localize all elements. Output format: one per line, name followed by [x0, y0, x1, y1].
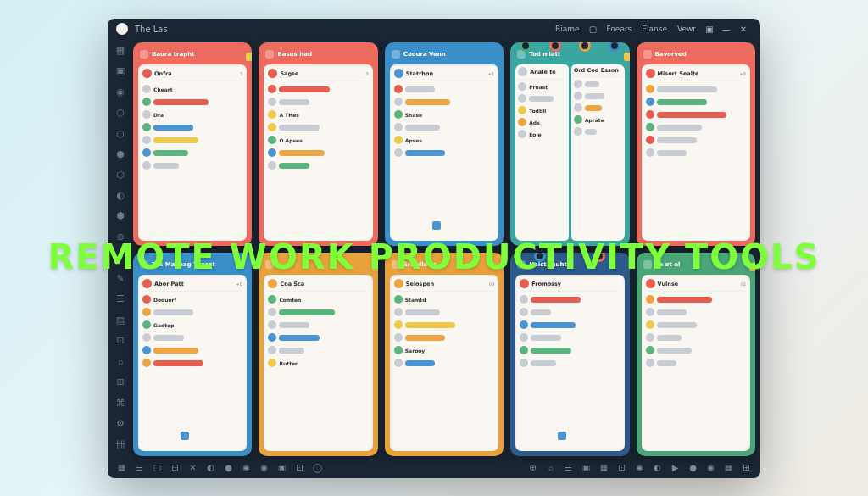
task-row[interactable]: Todbll [518, 105, 566, 115]
task-row[interactable] [394, 122, 494, 132]
task-row[interactable] [520, 294, 620, 304]
task-row[interactable] [142, 160, 242, 170]
task-row[interactable] [142, 358, 242, 368]
knob-icon[interactable] [609, 42, 620, 52]
task-row[interactable] [646, 358, 746, 368]
task-row[interactable]: Comten [268, 294, 368, 304]
task-row[interactable] [394, 332, 494, 343]
task-row[interactable] [142, 148, 242, 158]
sidebar-icon-19[interactable]: 卌 [114, 438, 127, 451]
task-row[interactable] [142, 307, 242, 317]
task-row[interactable] [646, 332, 746, 343]
task-row[interactable] [574, 126, 622, 137]
task-row[interactable] [646, 109, 746, 120]
sidebar-icon-7[interactable]: ◐ [114, 189, 127, 201]
sidebar-icon-13[interactable]: ▤ [114, 314, 127, 326]
board-card-9[interactable]: Ila ot elVulnse02 [637, 253, 755, 456]
bottombar-left-5[interactable]: ◐ [205, 462, 216, 473]
sidebar-icon-3[interactable]: ○ [114, 106, 127, 118]
task-row[interactable]: Shase [394, 109, 494, 120]
knob-icon[interactable] [520, 42, 531, 52]
bottombar-left-6[interactable]: ● [223, 462, 234, 473]
sidebar-icon-0[interactable]: ▦ [114, 44, 127, 56]
task-row[interactable] [520, 320, 620, 330]
task-row[interactable]: Apses [394, 135, 494, 145]
box-icon[interactable]: ▣ [704, 24, 715, 34]
task-row[interactable] [268, 332, 368, 343]
nav-link-0[interactable]: Riame [555, 25, 580, 33]
task-row[interactable] [646, 84, 746, 94]
bottombar-right-1[interactable]: ⌕ [545, 462, 556, 473]
task-row[interactable] [646, 294, 746, 304]
board-card-4[interactable]: BavorvedMisort Sealte+8 [637, 42, 755, 246]
minimize-icon[interactable]: — [721, 24, 732, 34]
bottombar-left-1[interactable]: ☰ [134, 462, 145, 473]
sidebar-icon-12[interactable]: ☰ [114, 293, 127, 305]
task-row[interactable]: Gadtop [142, 320, 242, 330]
task-row[interactable]: Eole [518, 129, 566, 139]
task-row[interactable] [142, 97, 242, 107]
sidebar-icon-16[interactable]: ⊞ [114, 376, 127, 388]
bottombar-left-4[interactable]: ✕ [187, 462, 198, 473]
knob-icon[interactable] [534, 253, 546, 262]
bottombar-right-10[interactable]: ◉ [705, 462, 716, 473]
task-row[interactable]: Aprate [574, 114, 622, 125]
task-row[interactable] [394, 148, 494, 158]
task-row[interactable] [268, 320, 368, 330]
bottombar-right-9[interactable]: ● [687, 462, 698, 473]
bottombar-left-0[interactable]: ▦ [116, 462, 127, 473]
bottombar-left-2[interactable]: □ [152, 462, 163, 473]
task-row[interactable]: A THes [268, 109, 368, 120]
knob-icon[interactable] [549, 42, 561, 52]
task-row[interactable] [574, 79, 622, 89]
task-row[interactable] [142, 345, 242, 355]
board-card-1[interactable]: Basus hadSagse3A THesO Apses [259, 42, 377, 246]
task-row[interactable] [646, 97, 746, 107]
sidebar-icon-4[interactable]: ○ [114, 127, 127, 139]
bottombar-right-2[interactable]: ☰ [563, 462, 574, 473]
task-row[interactable] [646, 345, 746, 355]
bottombar-right-0[interactable]: ⊕ [527, 462, 538, 473]
task-row[interactable] [142, 135, 242, 145]
nav-link-2[interactable]: Elanse [642, 25, 667, 33]
board-card-7[interactable]: Sritelle toSelospen09StamtdSarooy [385, 253, 504, 456]
task-row[interactable]: Cheart [142, 84, 242, 94]
bottombar-right-7[interactable]: ◐ [652, 462, 663, 473]
task-row[interactable] [142, 332, 242, 343]
close-icon[interactable]: ✕ [738, 24, 748, 34]
task-row[interactable] [268, 84, 368, 94]
task-row[interactable] [394, 358, 494, 368]
task-row[interactable] [520, 345, 620, 355]
task-row[interactable] [268, 345, 368, 355]
task-row[interactable] [394, 97, 494, 107]
bottombar-left-7[interactable]: ◉ [241, 462, 252, 473]
task-row[interactable] [268, 97, 368, 107]
task-row[interactable] [520, 332, 620, 343]
task-row[interactable]: Ads [518, 117, 566, 127]
task-row[interactable]: Sarooy [394, 345, 494, 355]
sidebar-icon-14[interactable]: ⊡ [114, 335, 127, 347]
task-row[interactable]: Stamtd [394, 294, 494, 304]
board-card-0[interactable]: Baura traphtOnfra5CheartDra [133, 42, 252, 246]
sidebar-icon-17[interactable]: ⌘ [114, 397, 127, 409]
bottombar-right-8[interactable]: ▶ [670, 462, 681, 473]
sidebar-icon-18[interactable]: ⚙ [114, 417, 127, 429]
task-row[interactable]: Rutter [268, 358, 368, 368]
task-row[interactable] [268, 122, 368, 132]
task-row[interactable] [518, 93, 566, 103]
sidebar-icon-9[interactable]: ⊕ [114, 231, 127, 242]
task-row[interactable] [520, 358, 620, 368]
task-row[interactable] [268, 160, 368, 170]
sidebar-icon-6[interactable]: ⬡ [114, 169, 127, 181]
knob-icon[interactable] [593, 253, 605, 262]
board-card-6[interactable]: Coa ScaComtenRutter [259, 253, 377, 456]
task-row[interactable] [646, 122, 746, 132]
task-row[interactable] [646, 320, 746, 330]
task-row[interactable] [574, 91, 622, 101]
nav-link-3[interactable]: Vewr [677, 25, 696, 33]
bottombar-right-4[interactable]: ▦ [598, 462, 609, 473]
sidebar-icon-1[interactable]: ▣ [114, 64, 127, 76]
bottombar-right-3[interactable]: ▣ [581, 462, 592, 473]
sidebar-icon-15[interactable]: ⌕ [114, 355, 127, 367]
knob-icon[interactable] [579, 42, 591, 52]
